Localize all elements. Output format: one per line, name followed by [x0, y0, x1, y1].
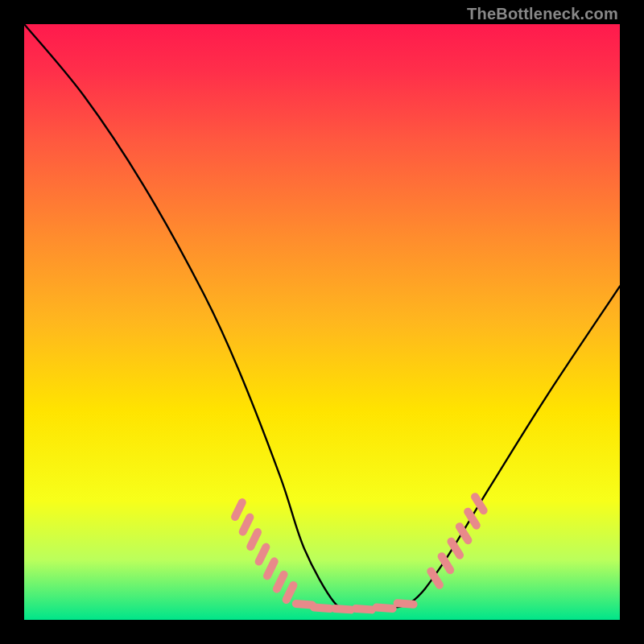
watermark-text: TheBottleneck.com	[467, 5, 618, 23]
marker-right	[451, 542, 460, 555]
plot-area	[24, 24, 620, 620]
marker-right	[468, 512, 477, 526]
marker-left	[259, 547, 266, 562]
marker-bottom	[335, 609, 351, 609]
marker-right	[431, 572, 440, 585]
marker-left	[235, 502, 242, 517]
marker-left	[243, 518, 250, 532]
marker-bottom	[314, 608, 330, 609]
marker-right	[442, 556, 451, 570]
marker-bottom	[398, 603, 414, 604]
data-markers	[235, 497, 484, 609]
marker-left	[250, 532, 258, 547]
marker-bottom	[377, 608, 393, 609]
marker-left	[267, 561, 275, 576]
marker-bottom	[356, 609, 372, 609]
marker-left	[277, 575, 284, 589]
marker-right	[460, 526, 469, 540]
chart-svg	[24, 24, 620, 620]
bottleneck-curve	[24, 24, 620, 609]
marker-bottom	[296, 604, 312, 605]
marker-left	[287, 585, 294, 600]
outer-frame: TheBottleneck.com	[0, 0, 644, 644]
